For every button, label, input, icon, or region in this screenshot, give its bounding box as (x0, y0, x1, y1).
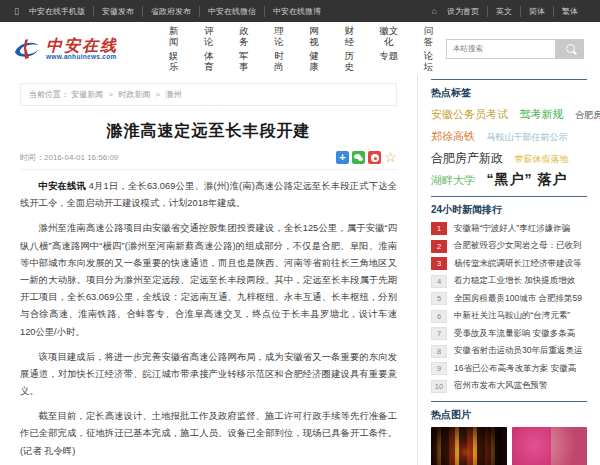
search-button[interactable] (556, 39, 584, 59)
ranking-item[interactable]: 3杨传堂来皖调研长江经济带建设等 (431, 257, 587, 270)
rank-badge: 8 (431, 345, 447, 358)
hot-tag[interactable]: 合肥房价 (575, 110, 600, 120)
share-plus-icon[interactable]: + (336, 151, 349, 164)
article-paragraph: 截至目前，定长高速设计、土地报批工作及政府监督、施工许可行政手续等先行准备工作已… (20, 408, 397, 460)
article-meta: 时间：2016-04-01 16:56:09 + ☆ (20, 151, 397, 170)
breadcrumb-anhui-news[interactable]: 安徽新闻 (71, 90, 103, 99)
ranking-item-title: 着力稳定工业增长 加快提质增效 (454, 275, 575, 287)
home-icon: ⌂ (432, 6, 437, 16)
hot-tag[interactable]: 带薪休假落地 (514, 154, 568, 164)
nav-video[interactable]: 网视 (305, 25, 323, 47)
ranking-item-title: 全国房租最贵100城市 合肥排第59 (454, 293, 582, 305)
rank-badge: 6 (431, 310, 447, 323)
ranking-section: 24小时新闻排行 1安徽籍“宁波好人”李红涉嫌诈骗 2合肥被毁容少女周岩之母：已… (431, 196, 587, 393)
weibo-share-icon[interactable] (368, 151, 381, 164)
article-column: 当前位置： 安徽新闻 > 时政新闻 > 滁州 滁淮高速定远至长丰段开建 时间：2… (0, 75, 418, 465)
main-nav: 新闻 娱乐 评论 体育 政务 军事 理论 时尚 网视 健康 财经 历史 徽文化 … (156, 25, 446, 72)
hot-tag[interactable]: “黑户” 落户 (486, 171, 567, 187)
topbar-link-wechat[interactable]: 中安在线微信 (199, 6, 264, 17)
ranking-item[interactable]: 4着力稳定工业增长 加快提质增效 (431, 275, 587, 288)
ranking-item[interactable]: 1安徽籍“宁波好人”李红涉嫌诈骗 (431, 222, 587, 235)
nav-forum[interactable]: 论坛 (419, 50, 437, 72)
ranking-item[interactable]: 10宿州市发布大风蓝色预警 (431, 380, 587, 393)
topbar-link-english[interactable]: 英文 (487, 6, 520, 17)
paragraph-text: 截至目前，定长高速设计、土地报批工作及政府监督、施工许可行政手续等先行准备工作已… (20, 411, 397, 455)
topbar-link-traditional[interactable]: 繁体 (553, 6, 586, 17)
hot-tag[interactable]: 安徽公务员考试 (431, 108, 508, 120)
share-toolbar: + ☆ (336, 151, 397, 164)
nav-fashion[interactable]: 时尚 (270, 50, 288, 72)
article-body: 中安在线讯 4月1日，全长63.069公里、滁(州)淮(南)高速公路定远至长丰段… (20, 178, 397, 460)
rank-badge: 5 (431, 292, 447, 305)
article-title: 滁淮高速定远至长丰段开建 (20, 121, 397, 142)
nav-history[interactable]: 历史 (340, 50, 358, 72)
topbar-link-anhui-release[interactable]: 安徽发布 (93, 6, 142, 17)
nav-special[interactable]: 专题 (375, 50, 402, 61)
nav-hui-culture[interactable]: 徽文化 (375, 25, 402, 47)
nav-health[interactable]: 健康 (305, 50, 323, 72)
nav-col-culture: 徽文化 专题 (367, 25, 411, 72)
ranking-item[interactable]: 916省已公布高考改革方案 安徽高 (431, 362, 587, 375)
nav-sports[interactable]: 体育 (200, 50, 218, 72)
photo-strip (431, 427, 587, 465)
ranking-item[interactable]: 5全国房租最贵100城市 合肥排第59 (431, 292, 587, 305)
nav-col-finance: 财经 历史 (332, 25, 367, 72)
nav-news[interactable]: 新闻 (165, 25, 183, 47)
hot-photo-artifact[interactable] (431, 427, 507, 465)
topbar-link-weibo[interactable]: 中安在线微博 (264, 6, 329, 17)
breadcrumb-separator: > (156, 90, 161, 99)
paragraph-text: 该项目建成后，将进一步完善安徽省高速公路网布局，成为安徽省又一条重要的东向发展通… (20, 352, 397, 396)
breadcrumb-separator: > (108, 90, 113, 99)
breadcrumb-prefix: 当前位置： (29, 90, 69, 99)
tag-row: 湖畔大学 “黑户” 落户 (431, 171, 587, 188)
hot-tag[interactable]: 湖畔大学 (431, 174, 475, 186)
hot-tag[interactable]: 马鞍山干部任前公示 (486, 132, 567, 142)
nav-entertainment[interactable]: 娱乐 (165, 50, 183, 72)
tag-row: 合肥房产新政 带薪休假落地 (431, 149, 587, 167)
topbar-link-gov-release[interactable]: 省政府发布 (142, 6, 199, 17)
ranking-item[interactable]: 2合肥被毁容少女周岩之母：已收到 (431, 240, 587, 253)
topbar-link-mobile[interactable]: 中安在线手机版 (21, 6, 93, 17)
nav-theory[interactable]: 理论 (270, 25, 288, 47)
ranking-item-title: 16省已公布高考改革方案 安徽高 (454, 363, 576, 375)
rank-badge: 2 (431, 240, 447, 253)
favorite-star-icon[interactable]: ☆ (384, 151, 397, 164)
rank-badge: 3 (431, 257, 447, 270)
nav-col-theory: 理论 时尚 (261, 25, 296, 72)
breadcrumb-politics-news[interactable]: 时政新闻 (118, 90, 150, 99)
nav-col-qa: 问答 论坛 (411, 25, 446, 72)
nav-military[interactable]: 军事 (235, 50, 253, 72)
ranking-item[interactable]: 8安徽省射击运动员30年后重返奥运 (431, 345, 587, 358)
breadcrumb-chuzhou[interactable]: 滁州 (166, 90, 182, 99)
nav-finance[interactable]: 财经 (340, 25, 358, 47)
ranking-item[interactable]: 7受事故及车流量影响 安徽多条高 (431, 327, 587, 340)
breadcrumb: 当前位置： 安徽新闻 > 时政新闻 > 滁州 (20, 83, 397, 106)
nav-comment[interactable]: 评论 (200, 25, 218, 47)
nav-col-comment: 评论 体育 (191, 25, 226, 72)
rank-badge: 1 (431, 222, 447, 235)
ranking-item[interactable]: 6中新社关注马鞍山的“台湾元素” (431, 310, 587, 323)
tag-row: 安徽公务员考试 驾考新规 合肥房价 (431, 105, 587, 123)
ranking-item-title: 安徽省射击运动员30年后重返奥运 (454, 345, 582, 357)
topbar-link-set-homepage[interactable]: 设为首页 (439, 6, 487, 17)
hot-photo-dogs[interactable] (512, 427, 588, 465)
rank-badge: 7 (431, 327, 447, 340)
hot-tag[interactable]: 驾考新规 (519, 108, 563, 120)
site-logo[interactable]: 中安在线 www.anhuinews.com (12, 36, 150, 62)
hot-tag[interactable]: 郑徐高铁 (431, 130, 475, 142)
rank-badge: 4 (431, 275, 447, 288)
topbar-right-links: ⌂ 设为首页 英文 简体 繁体 (432, 6, 586, 17)
publish-time: 时间：2016-04-01 16:56:09 (20, 152, 118, 163)
search-input[interactable] (446, 39, 556, 59)
rank-badge: 10 (431, 380, 447, 393)
article-paragraph: 滁州至淮南高速公路项目由安徽省交通控股集团投资建设，全长125公里，属于安徽“四… (20, 220, 397, 340)
topbar-link-simplified[interactable]: 简体 (520, 6, 553, 17)
site-search (446, 39, 584, 59)
hot-tag[interactable]: 合肥房产新政 (431, 151, 503, 165)
wechat-share-icon[interactable] (352, 151, 365, 164)
article-paragraph: 中安在线讯 4月1日，全长63.069公里、滁(州)淮(南)高速公路定远至长丰段… (20, 178, 397, 212)
ranking-item-title: 合肥被毁容少女周岩之母：已收到 (454, 240, 582, 252)
nav-gov-affairs[interactable]: 政务 (235, 25, 253, 47)
ranking-item-title: 中新社关注马鞍山的“台湾元素” (454, 310, 570, 322)
nav-qa[interactable]: 问答 (419, 25, 437, 47)
